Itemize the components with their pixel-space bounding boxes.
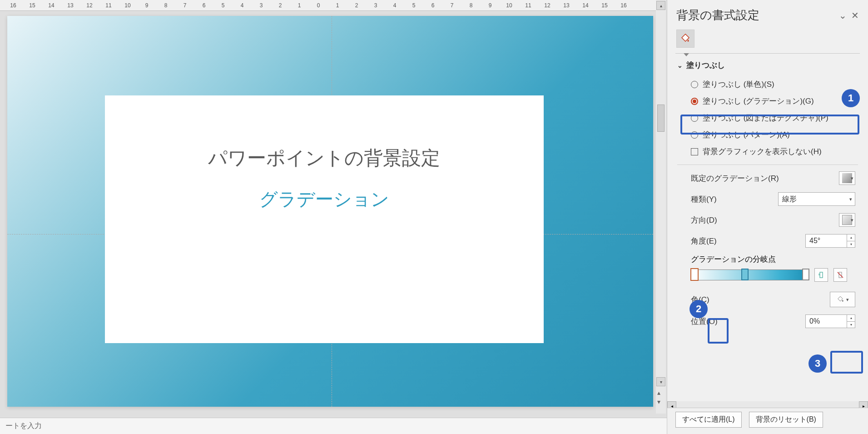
ruler-tick: 10 [500,2,519,9]
gradient-stop-1[interactable] [690,268,699,281]
ruler-tick: 9 [137,2,156,9]
radio-fill-pattern[interactable]: 塗りつぶし (パターン)(A) [691,126,858,143]
caret-down-icon [684,53,689,56]
ruler-tick: 8 [156,2,175,9]
fill-category-icon[interactable] [676,30,694,48]
radio-icon [691,81,698,88]
gradient-direction-label: 方向(D) [691,215,717,225]
ruler-tick: 4 [385,2,404,9]
apply-to-all-button[interactable]: すべてに適用(L) [675,412,742,428]
ruler-tick: 2 [347,2,366,9]
panel-title: 背景の書式設定 [676,7,759,23]
ruler-tick: 16 [4,2,23,9]
gradient-angle-value: 45° [809,237,820,245]
spin-up-icon[interactable]: ▴ [847,315,855,322]
remove-gradient-stop-button[interactable] [833,268,847,282]
slide-subtitle-text: グラデーション [148,187,500,212]
ruler-tick: 6 [423,2,442,9]
remove-stop-icon [837,271,844,279]
ruler-tick: 13 [557,2,576,9]
callout-badge-1: 1 [842,89,860,107]
notes-placeholder: ートを入力 [5,422,42,429]
slide-canvas[interactable]: パワーポイントの背景設定 グラデーション [7,16,653,407]
prev-slide-button[interactable]: ▴ [657,389,660,396]
slide-title-text: パワーポイントの背景設定 [148,145,500,171]
vertical-scrollbar[interactable]: ▴ ▾ ▴ ▾ [656,0,666,414]
gradient-type-select[interactable]: 線形 [778,192,855,206]
ruler-tick: 3 [366,2,385,9]
gradient-stop-3[interactable] [802,269,809,280]
radio-label: 塗りつぶし (単色)(S) [703,79,774,90]
gradient-type-value: 線形 [782,195,797,204]
ruler-tick: 4 [233,2,252,9]
gradient-color-dropdown[interactable]: ▾ [830,292,855,307]
chevron-down-icon: ⌄ [677,62,683,69]
ruler-tick: 7 [175,2,194,9]
fill-section-header[interactable]: ⌄ 塗りつぶし [677,60,858,73]
reset-background-button[interactable]: 背景のリセット(B) [749,412,823,428]
ruler-tick: 3 [252,2,271,9]
scroll-up-button[interactable]: ▴ [656,1,665,10]
callout-badge-2: 2 [689,300,708,318]
ruler-tick: 8 [461,2,481,9]
ruler-tick: 1 [290,2,309,9]
ruler-tick: 0 [309,2,328,9]
gradient-stops-bar[interactable] [691,269,809,280]
ruler-tick: 12 [80,2,99,9]
ruler-tick: 14 [576,2,595,9]
next-slide-button[interactable]: ▾ [657,398,660,405]
gradient-position-spinner[interactable]: 0% ▴▾ [805,314,855,328]
ruler-tick: 10 [118,2,137,9]
gradient-position-label: 位置(O) [691,316,718,327]
radio-icon [691,115,698,122]
checkbox-hide-bg-graphics[interactable]: 背景グラフィックを表示しない(H) [691,143,858,160]
preset-gradient-dropdown[interactable] [839,171,855,185]
callout-badge-3: 3 [808,354,827,373]
ruler-tick: 15 [595,2,614,9]
preset-gradient-label: 既定のグラデーション(R) [691,173,779,184]
panel-close-icon[interactable]: ✕ [851,10,859,21]
slide-content-box[interactable]: パワーポイントの背景設定 グラデーション [105,95,544,343]
panel-divider [675,53,860,54]
scroll-thumb[interactable] [657,105,665,132]
svg-point-2 [842,300,843,302]
radio-icon [691,131,698,139]
fill-section-label: 塗りつぶし [686,60,725,70]
ruler-tick: 6 [194,2,213,9]
radio-selected-icon [691,98,698,105]
ruler-tick: 2 [271,2,290,9]
radio-fill-picture[interactable]: 塗りつぶし (図またはテクスチャ)(P) [691,110,858,126]
direction-swatch-icon [842,215,852,225]
gradient-swatch-icon [842,173,852,183]
add-stop-icon [818,271,825,279]
panel-header: 背景の書式設定 ⌄ ✕ [667,0,868,28]
ruler-tick: 11 [519,2,538,9]
scroll-down-button[interactable]: ▾ [656,377,665,386]
radio-label: 塗りつぶし (図またはテクスチャ)(P) [703,113,828,123]
panel-options-icon[interactable]: ⌄ [839,10,847,21]
ruler-tick: 13 [61,2,80,9]
dropdown-arrow-icon: ▾ [846,297,849,303]
paint-bucket-icon [836,295,844,304]
ruler-tick: 1 [328,2,347,9]
ruler-tick: 7 [442,2,461,9]
ruler-tick: 11 [99,2,118,9]
gradient-stop-2[interactable] [741,269,749,280]
ruler-tick: 14 [42,2,61,9]
svg-rect-0 [820,272,823,278]
spin-down-icon[interactable]: ▾ [847,241,855,248]
ruler-tick: 12 [538,2,557,9]
notes-input-bar[interactable]: ートを入力 [0,418,667,434]
spin-up-icon[interactable]: ▴ [847,234,855,241]
ruler-tick: 15 [23,2,42,9]
spin-down-icon[interactable]: ▾ [847,322,855,328]
title-placeholder[interactable]: パワーポイントの背景設定 グラデーション [148,132,500,273]
format-background-panel: 背景の書式設定 ⌄ ✕ ⌄ 塗りつぶし 塗りつぶし (単色)(S) 塗りつぶし … [667,0,868,434]
add-gradient-stop-button[interactable] [814,268,828,282]
gradient-angle-spinner[interactable]: 45° ▴▾ [805,234,855,248]
ruler-tick: 9 [481,2,500,9]
gradient-direction-dropdown[interactable] [839,213,855,227]
radio-fill-gradient[interactable]: 塗りつぶし (グラデーション)(G) [691,93,858,110]
radio-fill-solid[interactable]: 塗りつぶし (単色)(S) [691,76,858,93]
gradient-stops-label: グラデーションの分岐点 [691,251,855,268]
